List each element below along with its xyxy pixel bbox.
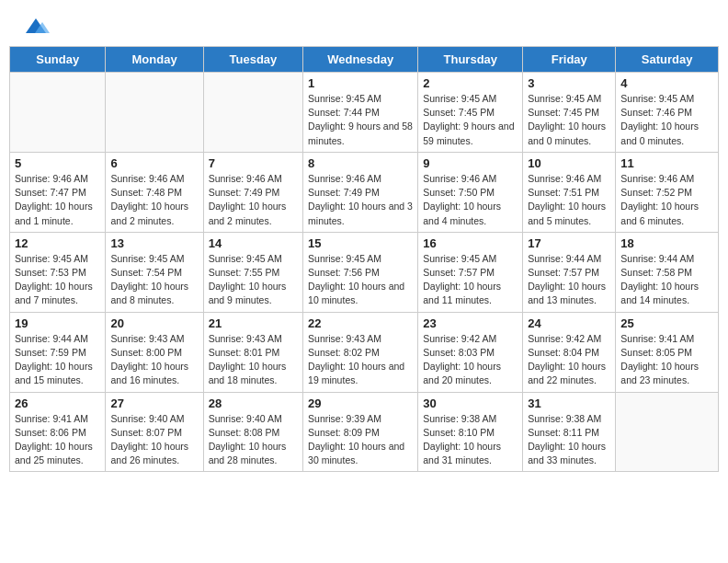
calendar-cell: 19Sunrise: 9:44 AM Sunset: 7:59 PM Dayli…	[10, 312, 106, 392]
day-number: 22	[308, 316, 413, 330]
calendar-cell: 22Sunrise: 9:43 AM Sunset: 8:02 PM Dayli…	[303, 312, 418, 392]
day-number: 12	[15, 236, 100, 250]
calendar-wrapper: SundayMondayTuesdayWednesdayThursdayFrid…	[0, 46, 728, 481]
day-number: 1	[308, 76, 413, 90]
calendar-cell: 13Sunrise: 9:45 AM Sunset: 7:54 PM Dayli…	[106, 232, 203, 312]
calendar-cell: 16Sunrise: 9:45 AM Sunset: 7:57 PM Dayli…	[418, 232, 523, 312]
day-number: 21	[209, 316, 298, 330]
day-number: 30	[423, 396, 518, 410]
cell-info: Sunrise: 9:44 AM Sunset: 7:58 PM Dayligh…	[620, 252, 713, 308]
weekday-header-cell: Tuesday	[203, 47, 302, 73]
logo	[18, 11, 50, 39]
calendar-week-row: 12Sunrise: 9:45 AM Sunset: 7:53 PM Dayli…	[10, 232, 719, 312]
cell-info: Sunrise: 9:45 AM Sunset: 7:45 PM Dayligh…	[528, 92, 610, 148]
day-number: 11	[620, 156, 713, 170]
calendar-cell: 24Sunrise: 9:42 AM Sunset: 8:04 PM Dayli…	[523, 312, 616, 392]
day-number: 23	[423, 316, 518, 330]
day-number: 7	[209, 156, 298, 170]
day-number: 3	[528, 76, 610, 90]
header	[0, 0, 728, 46]
day-number: 16	[423, 236, 518, 250]
cell-info: Sunrise: 9:44 AM Sunset: 7:59 PM Dayligh…	[15, 332, 100, 388]
weekday-header-cell: Friday	[523, 47, 616, 73]
cell-info: Sunrise: 9:38 AM Sunset: 8:11 PM Dayligh…	[528, 412, 610, 468]
day-number: 20	[110, 316, 198, 330]
cell-info: Sunrise: 9:40 AM Sunset: 8:07 PM Dayligh…	[110, 412, 198, 468]
cell-info: Sunrise: 9:45 AM Sunset: 7:45 PM Dayligh…	[423, 92, 518, 148]
cell-info: Sunrise: 9:46 AM Sunset: 7:49 PM Dayligh…	[209, 172, 298, 228]
cell-info: Sunrise: 9:46 AM Sunset: 7:47 PM Dayligh…	[15, 172, 100, 228]
day-number: 31	[528, 396, 610, 410]
logo-icon	[22, 11, 50, 39]
cell-info: Sunrise: 9:41 AM Sunset: 8:05 PM Dayligh…	[620, 332, 713, 388]
calendar-cell: 23Sunrise: 9:42 AM Sunset: 8:03 PM Dayli…	[418, 312, 523, 392]
calendar-week-row: 5Sunrise: 9:46 AM Sunset: 7:47 PM Daylig…	[10, 152, 719, 232]
calendar-cell	[10, 73, 106, 153]
day-number: 9	[423, 156, 518, 170]
logo-text	[18, 11, 50, 39]
day-number: 19	[15, 316, 100, 330]
cell-info: Sunrise: 9:40 AM Sunset: 8:08 PM Dayligh…	[209, 412, 298, 468]
calendar-cell: 2Sunrise: 9:45 AM Sunset: 7:45 PM Daylig…	[418, 73, 523, 153]
calendar-cell: 9Sunrise: 9:46 AM Sunset: 7:50 PM Daylig…	[418, 152, 523, 232]
calendar-cell: 21Sunrise: 9:43 AM Sunset: 8:01 PM Dayli…	[203, 312, 302, 392]
cell-info: Sunrise: 9:46 AM Sunset: 7:48 PM Dayligh…	[110, 172, 198, 228]
calendar-week-row: 1Sunrise: 9:45 AM Sunset: 7:44 PM Daylig…	[10, 73, 719, 153]
cell-info: Sunrise: 9:43 AM Sunset: 8:00 PM Dayligh…	[110, 332, 198, 388]
day-number: 6	[110, 156, 198, 170]
cell-info: Sunrise: 9:42 AM Sunset: 8:04 PM Dayligh…	[528, 332, 610, 388]
calendar-cell: 5Sunrise: 9:46 AM Sunset: 7:47 PM Daylig…	[10, 152, 106, 232]
cell-info: Sunrise: 9:45 AM Sunset: 7:53 PM Dayligh…	[15, 252, 100, 308]
day-number: 5	[15, 156, 100, 170]
weekday-header-cell: Thursday	[418, 47, 523, 73]
calendar-cell: 4Sunrise: 9:45 AM Sunset: 7:46 PM Daylig…	[616, 73, 719, 153]
calendar-cell: 12Sunrise: 9:45 AM Sunset: 7:53 PM Dayli…	[10, 232, 106, 312]
cell-info: Sunrise: 9:46 AM Sunset: 7:52 PM Dayligh…	[620, 172, 713, 228]
day-number: 18	[620, 236, 713, 250]
cell-info: Sunrise: 9:45 AM Sunset: 7:44 PM Dayligh…	[308, 92, 413, 148]
day-number: 4	[620, 76, 713, 90]
cell-info: Sunrise: 9:46 AM Sunset: 7:50 PM Dayligh…	[423, 172, 518, 228]
calendar-cell: 10Sunrise: 9:46 AM Sunset: 7:51 PM Dayli…	[523, 152, 616, 232]
calendar-cell: 31Sunrise: 9:38 AM Sunset: 8:11 PM Dayli…	[523, 392, 616, 472]
calendar-cell	[616, 392, 719, 472]
cell-info: Sunrise: 9:46 AM Sunset: 7:51 PM Dayligh…	[528, 172, 610, 228]
calendar-cell: 8Sunrise: 9:46 AM Sunset: 7:49 PM Daylig…	[303, 152, 418, 232]
calendar-cell: 11Sunrise: 9:46 AM Sunset: 7:52 PM Dayli…	[616, 152, 719, 232]
day-number: 26	[15, 396, 100, 410]
cell-info: Sunrise: 9:44 AM Sunset: 7:57 PM Dayligh…	[528, 252, 610, 308]
day-number: 15	[308, 236, 413, 250]
calendar-cell: 20Sunrise: 9:43 AM Sunset: 8:00 PM Dayli…	[106, 312, 203, 392]
calendar-cell: 3Sunrise: 9:45 AM Sunset: 7:45 PM Daylig…	[523, 73, 616, 153]
cell-info: Sunrise: 9:41 AM Sunset: 8:06 PM Dayligh…	[15, 412, 100, 468]
cell-info: Sunrise: 9:45 AM Sunset: 7:54 PM Dayligh…	[110, 252, 198, 308]
calendar-cell: 25Sunrise: 9:41 AM Sunset: 8:05 PM Dayli…	[616, 312, 719, 392]
calendar-cell: 28Sunrise: 9:40 AM Sunset: 8:08 PM Dayli…	[203, 392, 302, 472]
weekday-header-cell: Monday	[106, 47, 203, 73]
day-number: 2	[423, 76, 518, 90]
calendar-cell: 17Sunrise: 9:44 AM Sunset: 7:57 PM Dayli…	[523, 232, 616, 312]
cell-info: Sunrise: 9:46 AM Sunset: 7:49 PM Dayligh…	[308, 172, 413, 228]
day-number: 10	[528, 156, 610, 170]
weekday-header-cell: Sunday	[10, 47, 106, 73]
calendar-cell: 30Sunrise: 9:38 AM Sunset: 8:10 PM Dayli…	[418, 392, 523, 472]
calendar-cell: 14Sunrise: 9:45 AM Sunset: 7:55 PM Dayli…	[203, 232, 302, 312]
day-number: 28	[209, 396, 298, 410]
cell-info: Sunrise: 9:45 AM Sunset: 7:57 PM Dayligh…	[423, 252, 518, 308]
day-number: 24	[528, 316, 610, 330]
calendar-cell: 15Sunrise: 9:45 AM Sunset: 7:56 PM Dayli…	[303, 232, 418, 312]
cell-info: Sunrise: 9:45 AM Sunset: 7:55 PM Dayligh…	[209, 252, 298, 308]
calendar-cell: 18Sunrise: 9:44 AM Sunset: 7:58 PM Dayli…	[616, 232, 719, 312]
cell-info: Sunrise: 9:45 AM Sunset: 7:46 PM Dayligh…	[620, 92, 713, 148]
calendar-cell: 29Sunrise: 9:39 AM Sunset: 8:09 PM Dayli…	[303, 392, 418, 472]
calendar-cell: 26Sunrise: 9:41 AM Sunset: 8:06 PM Dayli…	[10, 392, 106, 472]
day-number: 29	[308, 396, 413, 410]
cell-info: Sunrise: 9:39 AM Sunset: 8:09 PM Dayligh…	[308, 412, 413, 468]
day-number: 13	[110, 236, 198, 250]
cell-info: Sunrise: 9:43 AM Sunset: 8:02 PM Dayligh…	[308, 332, 413, 388]
day-number: 8	[308, 156, 413, 170]
weekday-header: SundayMondayTuesdayWednesdayThursdayFrid…	[10, 47, 719, 73]
calendar-cell: 7Sunrise: 9:46 AM Sunset: 7:49 PM Daylig…	[203, 152, 302, 232]
calendar-cell	[203, 73, 302, 153]
calendar-table: SundayMondayTuesdayWednesdayThursdayFrid…	[9, 46, 719, 472]
